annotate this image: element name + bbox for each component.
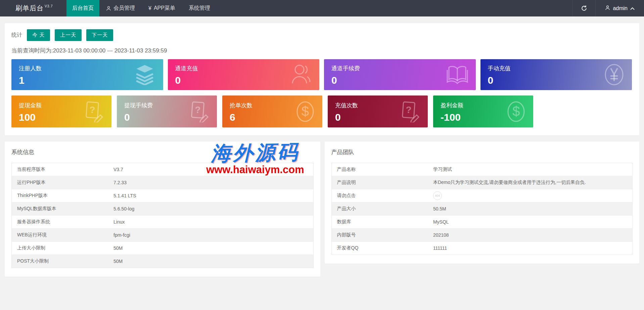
svg-text:$: $ <box>512 104 520 119</box>
table-row: 产品说明本Demo只为学习测试交流,请勿要做商业或者用于违法行为,一切后果自负. <box>331 176 633 189</box>
product-team-panel: 产品团队 产品名称学习测试 产品说明本Demo只为学习测试交流,请勿要做商业或者… <box>325 142 640 264</box>
nav-app-menu[interactable]: ¥ APP菜单 <box>142 0 182 16</box>
app-version: V3.7 <box>45 4 53 8</box>
stat-card-channel-fee: 通道手续费 0 <box>324 59 476 90</box>
admin-menu[interactable]: admin <box>595 0 644 16</box>
table-row: POST大小限制50M <box>12 255 314 268</box>
yen-circle-icon <box>604 64 625 86</box>
doc-question-icon: ? <box>400 101 420 122</box>
top-bar: 刷单后台 V3.7 后台首页 会员管理 ¥ APP菜单 系统管理 <box>0 0 644 16</box>
user-icon <box>290 64 312 85</box>
table-row: 运行PHP版本7.2.33 <box>12 176 314 189</box>
404-badge[interactable]: 404 <box>433 191 442 200</box>
table-row: 内部版号202108 <box>331 229 633 242</box>
system-info-panel: 系统信息 当前程序版本V3.7 运行PHP版本7.2.33 ThinkPHP版本… <box>5 142 320 277</box>
yen-icon: ¥ <box>148 5 151 11</box>
nav-app-menu-label: APP菜单 <box>154 5 175 12</box>
chevron-up-icon <box>630 5 635 11</box>
table-row: 开发者QQ111111 <box>331 242 633 255</box>
admin-username: admin <box>613 5 628 11</box>
nav-system-label: 系统管理 <box>189 5 210 12</box>
system-info-table: 当前程序版本V3.7 运行PHP版本7.2.33 ThinkPHP版本5.1.4… <box>11 163 314 268</box>
topbar-right: admin <box>572 0 644 16</box>
table-row: 产品大小50.5M <box>331 202 633 216</box>
prev-day-button[interactable]: 上一天 <box>55 29 82 41</box>
svg-text:$: $ <box>302 104 309 119</box>
nav-members-label: 会员管理 <box>113 5 135 12</box>
table-row: 请勿点击404 <box>331 189 633 202</box>
refresh-icon[interactable] <box>572 0 595 16</box>
layers-icon <box>134 64 156 85</box>
product-team-table: 产品名称学习测试 产品说明本Demo只为学习测试交流,请勿要做商业或者用于违法行… <box>331 163 633 255</box>
svg-text:?: ? <box>195 105 200 115</box>
dollar-circle-icon: $ <box>295 101 315 122</box>
table-row: 数据库MySQL <box>331 216 633 229</box>
table-row: ThinkPHP版本5.1.41 LTS <box>12 189 314 202</box>
stat-card-recharge-count: 充值次数 0 ? <box>328 95 428 127</box>
stats-panel: 统计 今 天 上一天 下一天 当前查询时间为:2023-11-03 00:00:… <box>5 23 639 135</box>
table-row: MySQL数据库版本5.6.50-log <box>12 202 314 216</box>
query-time-text: 当前查询时间为:2023-11-03 00:00:00 --- 2023-11-… <box>11 47 632 54</box>
main-nav: 后台首页 会员管理 ¥ APP菜单 系统管理 <box>66 0 217 16</box>
stat-card-withdraw-fee: 提现手续费 0 ? <box>117 95 217 127</box>
svg-text:?: ? <box>406 105 411 115</box>
table-row: 上传大小限制50M <box>12 242 314 255</box>
table-row: WEB运行环境fpm-fcgi <box>12 229 314 242</box>
nav-dashboard[interactable]: 后台首页 <box>66 0 99 16</box>
app-logo[interactable]: 刷单后台 V3.7 <box>0 0 66 16</box>
user-icon <box>605 5 610 12</box>
nav-dashboard-label: 后台首页 <box>72 5 94 12</box>
stat-card-registrations: 注册人数 1 <box>11 59 163 90</box>
dollar-circle-icon: $ <box>506 101 526 122</box>
stat-card-grab-count: 抢单次数 6 $ <box>222 95 322 127</box>
svg-text:?: ? <box>89 105 95 115</box>
doc-question-icon: ? <box>84 101 104 122</box>
doc-question-icon: ? <box>189 101 210 122</box>
stat-card-withdraw-amount: 提现金额 100 ? <box>11 95 111 127</box>
stat-card-channel-recharge: 通道充值 0 <box>168 59 320 90</box>
system-info-title: 系统信息 <box>11 148 314 156</box>
stat-card-profit: 盈利金额 -100 $ <box>433 95 533 127</box>
stats-label: 统计 <box>11 32 22 39</box>
user-icon <box>106 6 111 11</box>
next-day-button[interactable]: 下一天 <box>86 29 113 41</box>
nav-system[interactable]: 系统管理 <box>182 0 217 16</box>
product-team-title: 产品团队 <box>331 148 633 156</box>
today-button[interactable]: 今 天 <box>27 29 50 41</box>
table-row: 服务器操作系统Linux <box>12 216 314 229</box>
book-icon <box>446 65 468 85</box>
app-title: 刷单后台 <box>15 4 44 13</box>
stat-card-manual-recharge: 手动充值 0 <box>480 59 632 90</box>
table-row: 当前程序版本V3.7 <box>12 163 314 176</box>
nav-members[interactable]: 会员管理 <box>99 0 142 16</box>
table-row: 产品名称学习测试 <box>331 163 633 176</box>
